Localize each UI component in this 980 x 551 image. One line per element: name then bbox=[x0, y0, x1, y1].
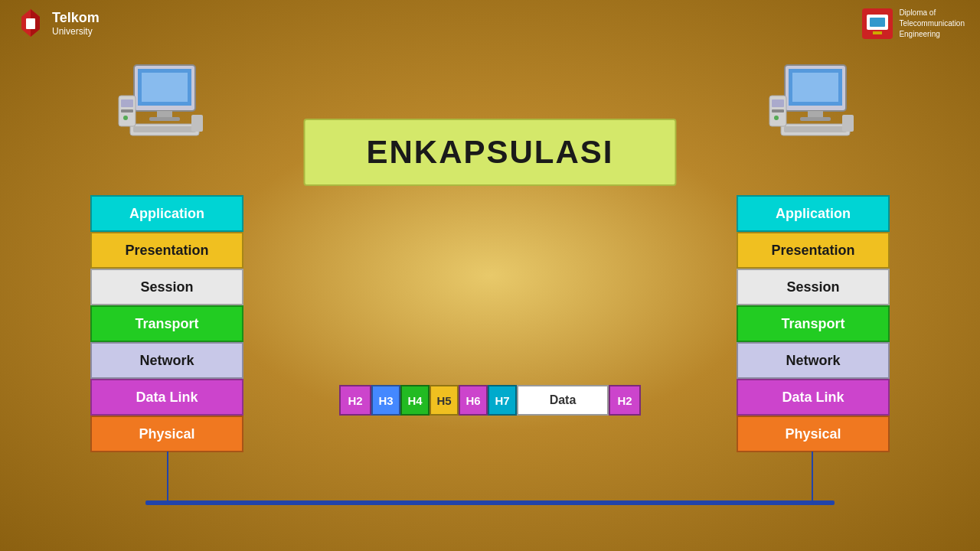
right-layer-physical[interactable]: Physical bbox=[737, 416, 890, 452]
svg-rect-10 bbox=[157, 111, 172, 117]
svg-rect-27 bbox=[772, 99, 784, 107]
svg-rect-18 bbox=[191, 115, 203, 132]
svg-rect-25 bbox=[784, 126, 847, 132]
svg-rect-30 bbox=[842, 115, 854, 132]
title-box: ENKAPSULASI bbox=[303, 119, 676, 186]
svg-rect-28 bbox=[772, 109, 784, 112]
computer-left bbox=[115, 61, 214, 148]
diploma-logo: Diploma of Telecommunication Engineering bbox=[862, 8, 965, 40]
left-layer-transport[interactable]: Transport bbox=[90, 305, 243, 342]
svg-rect-15 bbox=[121, 99, 133, 107]
packet-h3: H3 bbox=[371, 385, 400, 416]
left-layer-physical[interactable]: Physical bbox=[90, 416, 243, 452]
svg-rect-22 bbox=[808, 111, 823, 117]
network-bus-line bbox=[145, 500, 835, 505]
packet-data: Data bbox=[517, 385, 609, 416]
telkom-logo: Telkom University bbox=[15, 8, 100, 38]
left-layer-session[interactable]: Session bbox=[90, 269, 243, 305]
svg-point-29 bbox=[774, 116, 779, 120]
right-layer-datalink[interactable]: Data Link bbox=[737, 379, 890, 416]
left-layer-application[interactable]: Application bbox=[90, 195, 243, 232]
computer-right-icon bbox=[766, 61, 865, 145]
computer-right bbox=[766, 61, 865, 148]
right-layer-session[interactable]: Session bbox=[737, 269, 890, 305]
left-layer-datalink[interactable]: Data Link bbox=[90, 379, 243, 416]
svg-rect-16 bbox=[121, 109, 133, 112]
svg-rect-23 bbox=[800, 117, 831, 121]
svg-rect-13 bbox=[133, 126, 196, 132]
packet-h2-left: H2 bbox=[339, 385, 371, 416]
svg-rect-11 bbox=[149, 117, 180, 121]
svg-rect-5 bbox=[870, 18, 885, 27]
svg-rect-2 bbox=[26, 18, 35, 29]
diploma-icon bbox=[862, 8, 893, 39]
right-layer-transport[interactable]: Transport bbox=[737, 305, 890, 342]
connector-left bbox=[167, 452, 168, 505]
packet-container: H2 H3 H4 H5 H6 H7 Data H2 bbox=[339, 385, 641, 416]
telkom-icon bbox=[15, 8, 46, 38]
osi-stack-right: Application Presentation Session Transpo… bbox=[737, 195, 890, 452]
svg-point-17 bbox=[123, 116, 128, 120]
packet-h7: H7 bbox=[488, 385, 517, 416]
packet-h4: H4 bbox=[400, 385, 430, 416]
osi-stack-left: Application Presentation Session Transpo… bbox=[90, 195, 243, 452]
connector-right bbox=[812, 452, 813, 505]
packet-h6: H6 bbox=[459, 385, 488, 416]
computer-left-icon bbox=[115, 61, 214, 145]
packet-h5: H5 bbox=[430, 385, 459, 416]
right-layer-network[interactable]: Network bbox=[737, 342, 890, 379]
right-layer-presentation[interactable]: Presentation bbox=[737, 232, 890, 269]
svg-rect-6 bbox=[873, 31, 882, 34]
telkom-text: Telkom University bbox=[52, 10, 100, 37]
svg-rect-9 bbox=[142, 73, 188, 102]
right-layer-application[interactable]: Application bbox=[737, 195, 890, 232]
left-layer-network[interactable]: Network bbox=[90, 342, 243, 379]
packet-h2-right: H2 bbox=[609, 385, 641, 416]
svg-rect-21 bbox=[792, 73, 838, 102]
title-text: ENKAPSULASI bbox=[366, 134, 613, 170]
diploma-text: Diploma of Telecommunication Engineering bbox=[899, 8, 965, 40]
left-layer-presentation[interactable]: Presentation bbox=[90, 232, 243, 269]
